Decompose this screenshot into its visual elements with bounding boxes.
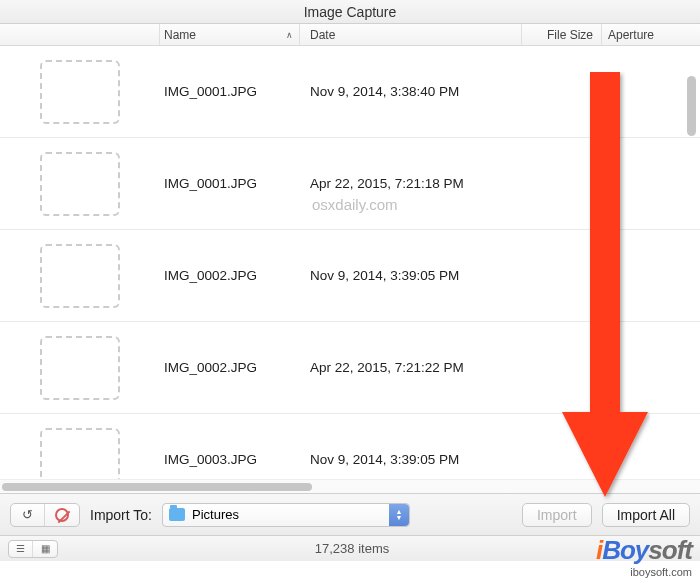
rotate-delete-segment: ↺ (10, 503, 80, 527)
delete-button[interactable] (45, 504, 79, 526)
thumbnail-placeholder (40, 60, 120, 124)
window-title: Image Capture (0, 0, 700, 24)
horizontal-scroll-track[interactable] (0, 479, 700, 493)
toolbar: ↺ Import To: Pictures ▲▼ Import Import A… (0, 493, 700, 535)
thumbnail-placeholder (40, 336, 120, 400)
file-date: Apr 22, 2015, 7:21:18 PM (300, 176, 540, 191)
column-label: Name (164, 24, 196, 46)
import-all-button[interactable]: Import All (602, 503, 690, 527)
file-name: IMG_0001.JPG (160, 176, 300, 191)
sort-ascending-icon: ∧ (286, 24, 293, 46)
file-list[interactable]: IMG_0001.JPG Nov 9, 2014, 3:38:40 PM IMG… (0, 46, 700, 493)
rotate-icon: ↺ (22, 507, 33, 522)
status-bar: ☰ ▦ 17,238 items (0, 535, 700, 561)
list-icon: ☰ (16, 543, 25, 554)
item-count: 17,238 items (64, 541, 640, 556)
column-header-name[interactable]: Name ∧ (160, 24, 300, 45)
column-header-date[interactable]: Date (300, 24, 522, 45)
list-item[interactable]: IMG_0001.JPG Apr 22, 2015, 7:21:18 PM os… (0, 138, 700, 230)
updown-arrows-icon: ▲▼ (389, 504, 409, 526)
file-name: IMG_0003.JPG (160, 452, 300, 467)
file-date: Nov 9, 2014, 3:39:05 PM (300, 452, 540, 467)
column-header-file-size[interactable]: File Size (522, 24, 602, 45)
file-name: IMG_0001.JPG (160, 84, 300, 99)
column-header-aperture[interactable]: Aperture (602, 24, 682, 45)
grid-icon: ▦ (41, 543, 50, 554)
list-item[interactable]: IMG_0002.JPG Nov 9, 2014, 3:39:05 PM (0, 230, 700, 322)
list-item[interactable]: IMG_0001.JPG Nov 9, 2014, 3:38:40 PM (0, 46, 700, 138)
file-name: IMG_0002.JPG (160, 360, 300, 375)
file-date: Nov 9, 2014, 3:38:40 PM (300, 84, 540, 99)
folder-icon (169, 508, 185, 521)
file-date: Apr 22, 2015, 7:21:22 PM (300, 360, 540, 375)
vertical-scrollbar[interactable] (687, 76, 696, 136)
thumbnail-placeholder (40, 244, 120, 308)
prohibit-icon (55, 508, 69, 522)
file-date: Nov 9, 2014, 3:39:05 PM (300, 268, 540, 283)
import-button[interactable]: Import (522, 503, 592, 527)
file-name: IMG_0002.JPG (160, 268, 300, 283)
list-item[interactable]: IMG_0002.JPG Apr 22, 2015, 7:21:22 PM (0, 322, 700, 414)
source-watermark: osxdaily.com (312, 196, 398, 213)
column-header-thumbnail[interactable] (0, 24, 160, 45)
grid-view-button[interactable]: ▦ (33, 541, 57, 557)
thumbnail-placeholder (40, 152, 120, 216)
import-to-label: Import To: (90, 507, 152, 523)
list-view-button[interactable]: ☰ (9, 541, 33, 557)
horizontal-scrollbar[interactable] (2, 483, 312, 491)
rotate-button[interactable]: ↺ (11, 504, 45, 526)
destination-value: Pictures (192, 507, 239, 522)
view-mode-segment: ☰ ▦ (8, 540, 58, 558)
destination-select[interactable]: Pictures ▲▼ (162, 503, 410, 527)
column-header-row: Name ∧ Date File Size Aperture (0, 24, 700, 46)
